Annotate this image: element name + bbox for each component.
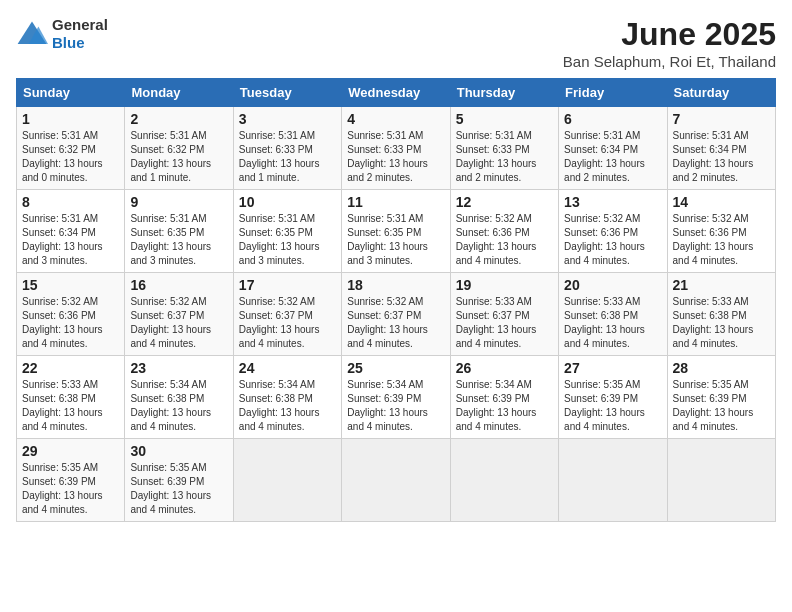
- sunrise-value: 5:32 AM: [604, 213, 641, 224]
- sunset-value: 6:36 PM: [492, 227, 529, 238]
- sunset-label: Sunset:: [239, 310, 276, 321]
- sunset-label: Sunset:: [22, 310, 59, 321]
- daylight-label: Daylight: 13 hours and 2 minutes.: [673, 158, 754, 183]
- day-number: 14: [673, 194, 770, 210]
- sunset-value: 6:39 PM: [709, 393, 746, 404]
- sunrise-value: 5:34 AM: [170, 379, 207, 390]
- daylight-label: Daylight: 13 hours and 4 minutes.: [130, 407, 211, 432]
- sunset-value: 6:38 PM: [709, 310, 746, 321]
- sunrise-value: 5:31 AM: [61, 130, 98, 141]
- calendar-header-row: SundayMondayTuesdayWednesdayThursdayFrid…: [17, 79, 776, 107]
- sunrise-value: 5:31 AM: [278, 213, 315, 224]
- calendar-day-cell: 15 Sunrise: 5:32 AM Sunset: 6:36 PM Dayl…: [17, 273, 125, 356]
- day-number: 10: [239, 194, 336, 210]
- sunset-label: Sunset:: [564, 310, 601, 321]
- calendar-day-cell: 26 Sunrise: 5:34 AM Sunset: 6:39 PM Dayl…: [450, 356, 558, 439]
- sunrise-value: 5:35 AM: [604, 379, 641, 390]
- calendar-day-cell: 29 Sunrise: 5:35 AM Sunset: 6:39 PM Dayl…: [17, 439, 125, 522]
- sunrise-label: Sunrise:: [347, 130, 386, 141]
- calendar-day-cell: 24 Sunrise: 5:34 AM Sunset: 6:38 PM Dayl…: [233, 356, 341, 439]
- calendar-day-cell: 5 Sunrise: 5:31 AM Sunset: 6:33 PM Dayli…: [450, 107, 558, 190]
- day-info: Sunrise: 5:32 AM Sunset: 6:37 PM Dayligh…: [130, 295, 227, 351]
- sunset-value: 6:38 PM: [59, 393, 96, 404]
- sunset-value: 6:35 PM: [384, 227, 421, 238]
- sunset-label: Sunset:: [673, 310, 710, 321]
- day-number: 6: [564, 111, 661, 127]
- calendar-day-cell: [667, 439, 775, 522]
- sunset-label: Sunset:: [673, 393, 710, 404]
- day-number: 23: [130, 360, 227, 376]
- calendar-day-cell: 13 Sunrise: 5:32 AM Sunset: 6:36 PM Dayl…: [559, 190, 667, 273]
- sunrise-value: 5:31 AM: [61, 213, 98, 224]
- sunset-label: Sunset:: [564, 393, 601, 404]
- calendar-header-cell: Thursday: [450, 79, 558, 107]
- calendar-day-cell: 8 Sunrise: 5:31 AM Sunset: 6:34 PM Dayli…: [17, 190, 125, 273]
- day-info: Sunrise: 5:33 AM Sunset: 6:38 PM Dayligh…: [673, 295, 770, 351]
- day-info: Sunrise: 5:32 AM Sunset: 6:36 PM Dayligh…: [564, 212, 661, 268]
- sunset-value: 6:34 PM: [601, 144, 638, 155]
- sunset-label: Sunset:: [22, 476, 59, 487]
- calendar-day-cell: 12 Sunrise: 5:32 AM Sunset: 6:36 PM Dayl…: [450, 190, 558, 273]
- daylight-label: Daylight: 13 hours and 4 minutes.: [239, 324, 320, 349]
- day-number: 25: [347, 360, 444, 376]
- day-info: Sunrise: 5:35 AM Sunset: 6:39 PM Dayligh…: [564, 378, 661, 434]
- sunrise-value: 5:32 AM: [170, 296, 207, 307]
- sunrise-label: Sunrise:: [456, 130, 495, 141]
- sunset-value: 6:32 PM: [59, 144, 96, 155]
- day-number: 3: [239, 111, 336, 127]
- day-info: Sunrise: 5:31 AM Sunset: 6:33 PM Dayligh…: [239, 129, 336, 185]
- day-number: 5: [456, 111, 553, 127]
- sunrise-label: Sunrise:: [347, 296, 386, 307]
- calendar-day-cell: 28 Sunrise: 5:35 AM Sunset: 6:39 PM Dayl…: [667, 356, 775, 439]
- day-info: Sunrise: 5:34 AM Sunset: 6:39 PM Dayligh…: [456, 378, 553, 434]
- sunset-label: Sunset:: [130, 476, 167, 487]
- calendar-week-row: 1 Sunrise: 5:31 AM Sunset: 6:32 PM Dayli…: [17, 107, 776, 190]
- day-number: 29: [22, 443, 119, 459]
- sunrise-label: Sunrise:: [564, 296, 603, 307]
- sunrise-value: 5:31 AM: [170, 130, 207, 141]
- daylight-label: Daylight: 13 hours and 4 minutes.: [456, 407, 537, 432]
- calendar-day-cell: 6 Sunrise: 5:31 AM Sunset: 6:34 PM Dayli…: [559, 107, 667, 190]
- sunset-value: 6:37 PM: [492, 310, 529, 321]
- day-info: Sunrise: 5:32 AM Sunset: 6:36 PM Dayligh…: [673, 212, 770, 268]
- sunrise-label: Sunrise:: [22, 462, 61, 473]
- sunrise-value: 5:32 AM: [495, 213, 532, 224]
- sunrise-label: Sunrise:: [22, 379, 61, 390]
- sunset-value: 6:35 PM: [276, 227, 313, 238]
- day-info: Sunrise: 5:32 AM Sunset: 6:36 PM Dayligh…: [22, 295, 119, 351]
- logo-blue: Blue: [52, 34, 85, 51]
- calendar-body: 1 Sunrise: 5:31 AM Sunset: 6:32 PM Dayli…: [17, 107, 776, 522]
- calendar-day-cell: [450, 439, 558, 522]
- day-number: 24: [239, 360, 336, 376]
- sunset-label: Sunset:: [673, 227, 710, 238]
- sunset-label: Sunset:: [456, 310, 493, 321]
- sunset-label: Sunset:: [130, 393, 167, 404]
- sunrise-value: 5:32 AM: [387, 296, 424, 307]
- sunset-value: 6:33 PM: [276, 144, 313, 155]
- day-info: Sunrise: 5:31 AM Sunset: 6:35 PM Dayligh…: [130, 212, 227, 268]
- sunrise-label: Sunrise:: [673, 213, 712, 224]
- sunset-label: Sunset:: [239, 393, 276, 404]
- day-number: 18: [347, 277, 444, 293]
- calendar-day-cell: 27 Sunrise: 5:35 AM Sunset: 6:39 PM Dayl…: [559, 356, 667, 439]
- sunset-value: 6:39 PM: [601, 393, 638, 404]
- calendar-header-cell: Sunday: [17, 79, 125, 107]
- sunrise-value: 5:35 AM: [712, 379, 749, 390]
- daylight-label: Daylight: 13 hours and 2 minutes.: [564, 158, 645, 183]
- day-number: 2: [130, 111, 227, 127]
- day-number: 11: [347, 194, 444, 210]
- sunset-value: 6:39 PM: [167, 476, 204, 487]
- logo-icon: [16, 20, 48, 48]
- daylight-label: Daylight: 13 hours and 4 minutes.: [347, 407, 428, 432]
- calendar-header-cell: Friday: [559, 79, 667, 107]
- sunrise-label: Sunrise:: [456, 296, 495, 307]
- sunrise-label: Sunrise:: [564, 130, 603, 141]
- day-info: Sunrise: 5:32 AM Sunset: 6:36 PM Dayligh…: [456, 212, 553, 268]
- day-info: Sunrise: 5:35 AM Sunset: 6:39 PM Dayligh…: [130, 461, 227, 517]
- sunrise-value: 5:31 AM: [495, 130, 532, 141]
- sunset-label: Sunset:: [130, 144, 167, 155]
- calendar-day-cell: [559, 439, 667, 522]
- sunset-label: Sunset:: [564, 144, 601, 155]
- sunrise-label: Sunrise:: [456, 213, 495, 224]
- sunset-value: 6:33 PM: [384, 144, 421, 155]
